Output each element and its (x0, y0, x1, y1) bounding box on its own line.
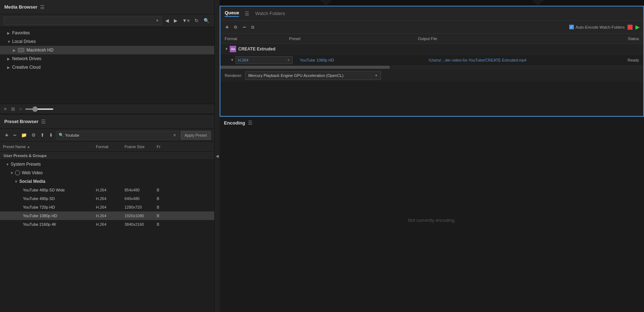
queue-sub-row: ▼ H.264 ▼ YouTube 1080p HD /Users/…der-v… (220, 54, 643, 66)
network-drives-label: Network Drives (12, 56, 41, 61)
preset-browser-panel: Preset Browser ☰ + − 📁 ⚙ ⬆ ⬇ 🔍 ✕ Apply P… (0, 114, 214, 312)
grid-view-btn[interactable]: ⊞ (10, 106, 16, 112)
chevron-local-drives: ▼ (7, 40, 11, 44)
tree-item-favorites[interactable]: ▶ Favorites (0, 29, 214, 37)
duplicate-queue-button[interactable]: ⧉ (250, 24, 256, 30)
queue-toolbar: + ⚙ − ⧉ ✓ Auto-Encode Watch Folders ▶ (220, 21, 643, 34)
preset-row-4[interactable]: YouTube 2160p 4K H.264 3840x2160 B (0, 220, 214, 229)
auto-encode-label: ✓ Auto-Encode Watch Folders (569, 25, 625, 29)
media-browser-header: Media Browser ☰ (0, 0, 214, 14)
status-ready: Ready (610, 58, 639, 62)
tree-item-creative-cloud[interactable]: ▶ Creative Cloud (0, 63, 214, 72)
social-media-section[interactable]: ▼ Social Media (0, 177, 214, 186)
apply-preset-button[interactable]: Apply Preset (181, 131, 211, 140)
col-header-fr: Fr (157, 145, 171, 149)
format-chevron-down: ▼ (287, 58, 290, 62)
remove-preset-button[interactable]: − (11, 131, 18, 139)
chevron-system-presets: ▼ (6, 162, 9, 166)
preset-toolbar: + − 📁 ⚙ ⬆ ⬇ 🔍 ✕ Apply Preset (0, 129, 214, 142)
system-presets-section[interactable]: ▼ System Presets (0, 160, 214, 169)
encoding-header: Encoding ☰ (224, 120, 640, 126)
not-encoding-area: Not currently encoding. (220, 128, 644, 312)
start-encode-button[interactable]: ▶ (635, 24, 640, 30)
refresh-icon[interactable]: ↻ (193, 17, 200, 24)
settings-queue-button[interactable]: ⚙ (232, 24, 239, 30)
queue-col-preset: Preset (289, 36, 418, 41)
tree-item-macintosh-hd[interactable]: ▶ Macintosh HD (0, 46, 214, 54)
preset-row-1[interactable]: YouTube 480p SD H.264 640x480 B (0, 194, 214, 203)
tab-queue[interactable]: Queue (225, 10, 239, 17)
renderer-label: Renderer: (225, 73, 242, 78)
search-icon: 🔍 (59, 133, 64, 137)
preset-row-2[interactable]: YouTube 720p HD H.264 1280x720 B (0, 203, 214, 211)
queue-col-headers: Format Preset Output File Status (220, 34, 643, 44)
queue-item-header[interactable]: ▼ Ae CREATE Extruded (220, 44, 643, 54)
add-queue-button[interactable]: + (224, 23, 230, 31)
settings-preset-button[interactable]: ⚙ (30, 132, 37, 138)
preset-row-0[interactable]: YouTube 480p SD Wide H.264 854x480 B (0, 186, 214, 194)
format-dropdown[interactable]: H.264 ▼ (235, 56, 293, 64)
tree-item-network-drives[interactable]: ▶ Network Drives (0, 54, 214, 63)
circle-view-btn[interactable]: ○ (18, 106, 23, 112)
forward-button[interactable]: ▶ (172, 17, 179, 24)
tab-watch-folders[interactable]: Watch Folders (255, 11, 285, 16)
col-header-format: Format (96, 145, 125, 149)
chevron-network-drives: ▶ (7, 57, 11, 61)
preset-search-box[interactable]: 🔍 ✕ (56, 131, 179, 140)
preset-browser-header: Preset Browser ☰ (0, 114, 214, 129)
renderer-row: Renderer: Mercury Playback Engine GPU Ac… (220, 69, 643, 82)
zoom-slider[interactable] (25, 108, 54, 110)
filter-icon[interactable]: ▼≡ (181, 17, 191, 24)
chevron-queue-sub: ▼ (230, 58, 234, 62)
chevron-social-media: ▼ (14, 180, 18, 184)
back-button[interactable]: ◀ (164, 17, 170, 24)
search-icon[interactable]: 🔍 (202, 17, 211, 24)
encoding-menu-icon[interactable]: ☰ (248, 120, 253, 126)
folder-preset-button[interactable]: 📁 (20, 132, 28, 138)
preset-link[interactable]: YouTube 1080p HD (300, 58, 429, 62)
import-preset-button[interactable]: ⬆ (39, 132, 46, 138)
queue-section: Queue ☰ Watch Folders + ⚙ − ⧉ ✓ Auto-Enc… (220, 6, 644, 117)
creative-cloud-label: Creative Cloud (12, 65, 40, 70)
hdd-icon (18, 48, 24, 52)
preset-browser-menu-icon[interactable]: ☰ (41, 119, 46, 125)
globe-icon (15, 170, 20, 175)
media-browser-toolbar: ▼ ◀ ▶ ▼≡ ↻ 🔍 (0, 14, 214, 27)
chevron-creative-cloud: ▶ (7, 65, 11, 69)
tree-item-local-drives[interactable]: ▼ Local Drives (0, 37, 214, 46)
format-text: H.264 (238, 58, 286, 62)
queue-menu-icon[interactable]: ☰ (245, 11, 249, 16)
search-clear-icon[interactable]: ✕ (173, 133, 176, 138)
media-browser-menu-icon[interactable]: ☰ (40, 4, 45, 10)
export-preset-button[interactable]: ⬇ (48, 132, 54, 138)
queue-header: Queue ☰ Watch Folders (220, 6, 643, 21)
preset-row-3[interactable]: YouTube 1080p HD H.264 1920x1080 B (0, 211, 214, 220)
auto-encode-checkbox[interactable]: ✓ (569, 25, 574, 29)
preset-list: User Presets & Groups ▼ System Presets ▼… (0, 152, 214, 312)
col-header-name: Preset Name ▲ (3, 145, 96, 149)
stop-encode-button[interactable] (628, 25, 633, 30)
path-dropdown[interactable]: ▼ (4, 16, 162, 25)
macintosh-hd-label: Macintosh HD (26, 48, 53, 53)
preset-search-input[interactable] (65, 133, 171, 137)
left-collapse-handle[interactable]: ◀ (215, 0, 220, 312)
preset-columns: Preset Name ▲ Format Frame Size Fr (0, 142, 214, 152)
media-browser-title: Media Browser (4, 4, 37, 10)
web-video-section[interactable]: ▼ Web Video (0, 169, 214, 177)
user-presets-group: User Presets & Groups (0, 152, 214, 160)
chevron-macintosh-hd: ▶ (13, 48, 16, 52)
list-view-btn[interactable]: ≡ (3, 106, 8, 112)
preset-browser-title: Preset Browser (4, 119, 38, 124)
sort-arrow: ▲ (27, 145, 30, 148)
renderer-select[interactable]: Mercury Playback Engine GPU Acceleration… (245, 71, 381, 80)
queue-item-name: CREATE Extruded (238, 47, 275, 52)
remove-queue-button[interactable]: − (241, 23, 247, 31)
chevron-favorites: ▶ (7, 31, 11, 35)
encoding-section: Encoding ☰ (220, 117, 644, 128)
left-panel: Media Browser ☰ ▼ ◀ ▶ ▼≡ ↻ 🔍 ▶ Favorites… (0, 0, 215, 312)
renderer-chevron-down: ▼ (375, 74, 378, 77)
media-browser-panel: Media Browser ☰ ▼ ◀ ▶ ▼≡ ↻ 🔍 ▶ Favorites… (0, 0, 214, 114)
media-browser-bottom-toolbar: ≡ ⊞ ○ (0, 104, 214, 114)
add-preset-button[interactable]: + (4, 131, 10, 139)
output-link[interactable]: /Users/…der-video-for-YouTube/CREATE Ext… (429, 58, 610, 62)
